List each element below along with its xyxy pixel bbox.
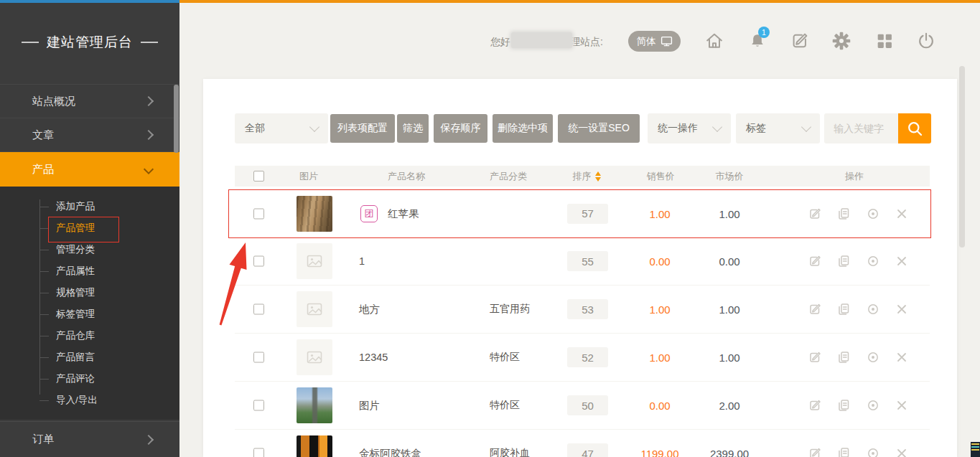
- products-submenu: 添加产品 产品管理 管理分类 产品属性 规格管理 标签管理 产品仓库 产品留言 …: [0, 187, 179, 420]
- copy-icon[interactable]: [836, 207, 851, 221]
- copy-icon[interactable]: [836, 350, 851, 364]
- row-checkbox[interactable]: [253, 256, 264, 267]
- sort-value[interactable]: 47: [567, 443, 608, 457]
- product-name[interactable]: 地方: [359, 303, 380, 316]
- tree-tick: [39, 314, 49, 315]
- edit-icon[interactable]: [808, 207, 822, 221]
- submenu-item-product-warehouse[interactable]: 产品仓库: [56, 325, 95, 347]
- table-row: 图片 特价区 50 0.00 2.00: [235, 382, 930, 430]
- submenu-item-spec-management[interactable]: 规格管理: [56, 282, 95, 303]
- submenu-item-product-management[interactable]: 产品管理: [56, 217, 95, 239]
- submenu-item-product-attributes[interactable]: 产品属性: [56, 260, 95, 282]
- row-checkbox[interactable]: [253, 400, 264, 411]
- edit-icon[interactable]: [808, 398, 822, 413]
- close-icon[interactable]: [895, 350, 909, 364]
- submenu-item-tag-management[interactable]: 标签管理: [56, 303, 95, 325]
- delete-selected-button[interactable]: 删除选中项: [493, 114, 553, 143]
- search-button[interactable]: [898, 113, 931, 143]
- sale-price: 0.00: [622, 400, 697, 412]
- close-icon[interactable]: [895, 398, 909, 413]
- category-filter-dropdown[interactable]: 全部: [235, 113, 328, 143]
- product-thumbnail-placeholder[interactable]: [297, 339, 332, 375]
- copy-icon[interactable]: [836, 254, 851, 268]
- sidebar-item-label: 文章: [32, 128, 54, 142]
- search-input[interactable]: [824, 113, 898, 143]
- home-icon[interactable]: [704, 31, 724, 51]
- copy-icon[interactable]: [836, 446, 851, 457]
- save-order-button[interactable]: 保存顺序: [434, 114, 487, 143]
- product-name[interactable]: 红苹果: [388, 207, 419, 220]
- copy-icon[interactable]: [836, 398, 851, 413]
- tag-filter-value: 标签: [746, 122, 766, 135]
- sort-value[interactable]: 55: [567, 251, 608, 271]
- sidebar-item-products[interactable]: 产品: [0, 152, 179, 187]
- sort-value[interactable]: 57: [567, 204, 608, 224]
- compose-icon[interactable]: [790, 31, 810, 51]
- power-icon[interactable]: [916, 31, 936, 51]
- edit-icon[interactable]: [808, 446, 822, 457]
- eye-icon[interactable]: [866, 207, 880, 221]
- tag-filter-dropdown[interactable]: 标签: [736, 113, 820, 143]
- submenu-item-manage-categories[interactable]: 管理分类: [56, 239, 95, 260]
- language-switch-button[interactable]: 简体: [628, 31, 681, 52]
- eye-icon[interactable]: [866, 350, 880, 364]
- edit-icon[interactable]: [808, 254, 822, 268]
- edit-icon[interactable]: [808, 350, 822, 364]
- eye-icon[interactable]: [866, 446, 880, 457]
- tree-tick: [39, 207, 49, 207]
- close-icon[interactable]: [895, 207, 909, 221]
- table-row: 金标阿胶铁盒 阿胶补血 47 1199.00 2399.00: [235, 430, 930, 457]
- sort-arrows-icon[interactable]: [595, 171, 601, 182]
- row-checkbox[interactable]: [253, 352, 264, 363]
- sort-value[interactable]: 53: [567, 299, 608, 319]
- eye-icon[interactable]: [866, 398, 880, 413]
- app-title: 建站管理后台: [47, 33, 133, 52]
- image-placeholder-icon: [306, 349, 323, 366]
- market-price: 1.00: [692, 352, 767, 364]
- product-name[interactable]: 1: [359, 255, 365, 267]
- copy-icon[interactable]: [836, 302, 851, 316]
- list-config-button[interactable]: 列表项配置: [330, 114, 395, 143]
- app-logo: 建站管理后台: [0, 0, 179, 85]
- sale-price: 0.00: [622, 255, 697, 268]
- gear-icon[interactable]: [831, 31, 851, 51]
- seo-settings-button[interactable]: 统一设置SEO: [558, 114, 640, 143]
- edit-icon[interactable]: [808, 302, 822, 316]
- row-checkbox[interactable]: [253, 448, 264, 457]
- eye-icon[interactable]: [866, 302, 880, 316]
- sidebar-scrollbar-thumb[interactable]: [174, 85, 179, 153]
- eye-icon[interactable]: [866, 254, 880, 268]
- product-thumbnail[interactable]: [297, 435, 332, 457]
- submenu-item-product-reviews[interactable]: 产品评论: [56, 368, 95, 390]
- page-scrollbar-thumb[interactable]: [959, 66, 965, 248]
- filter-button[interactable]: 筛选: [397, 114, 429, 143]
- sort-value[interactable]: 52: [567, 347, 608, 367]
- submenu-item-import-export[interactable]: 导入/导出: [56, 390, 98, 411]
- product-thumbnail[interactable]: [297, 387, 332, 423]
- row-checkbox[interactable]: [253, 208, 264, 219]
- sort-value[interactable]: 50: [567, 395, 608, 415]
- apps-grid-icon[interactable]: [874, 31, 895, 51]
- product-thumbnail[interactable]: [297, 196, 332, 232]
- close-icon[interactable]: [895, 446, 909, 457]
- close-icon[interactable]: [895, 302, 909, 316]
- product-thumbnail-placeholder[interactable]: [297, 243, 332, 279]
- product-name[interactable]: 图片: [359, 399, 380, 413]
- submenu-item-product-messages[interactable]: 产品留言: [56, 347, 95, 368]
- sidebar-item-site-overview[interactable]: 站点概况: [0, 85, 179, 118]
- market-price: 2399.00: [692, 448, 767, 457]
- select-all-checkbox[interactable]: [253, 171, 264, 182]
- image-placeholder-icon: [306, 301, 323, 318]
- table-header: 图片 产品名称 产品分类 排序 销售价 市场价 操作: [235, 166, 930, 187]
- close-icon[interactable]: [895, 254, 909, 268]
- product-name[interactable]: 12345: [359, 352, 388, 363]
- bulk-action-dropdown[interactable]: 统一操作: [648, 113, 731, 143]
- product-thumbnail-placeholder[interactable]: [297, 291, 332, 327]
- chevron-right-icon: [144, 96, 154, 106]
- product-name[interactable]: 金标阿胶铁盒: [359, 447, 421, 457]
- image-placeholder-icon: [306, 253, 323, 270]
- submenu-item-add-product[interactable]: 添加产品: [56, 196, 95, 217]
- row-checkbox[interactable]: [253, 304, 264, 315]
- sidebar-item-orders[interactable]: 订单: [0, 421, 179, 457]
- sidebar-item-articles[interactable]: 文章: [0, 118, 179, 152]
